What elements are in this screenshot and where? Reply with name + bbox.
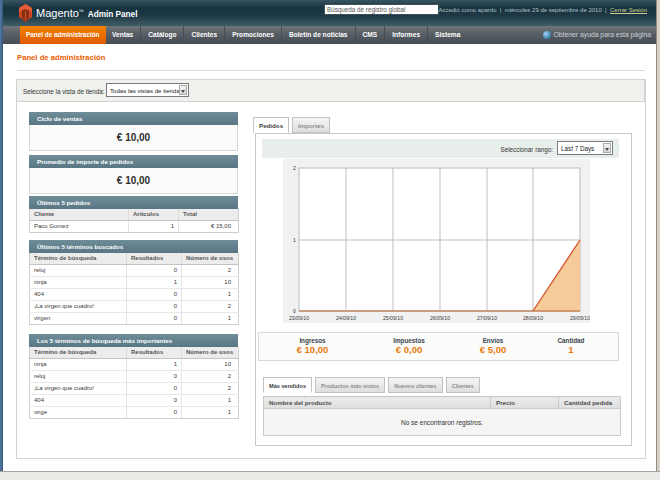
svg-text:23/09/10: 23/09/10 (289, 315, 309, 321)
svg-text:2: 2 (293, 165, 296, 171)
svg-text:25/09/10: 25/09/10 (383, 315, 403, 321)
svg-text:24/09/10: 24/09/10 (336, 315, 356, 321)
svg-text:27/09/10: 27/09/10 (477, 315, 497, 321)
svg-text:26/09/10: 26/09/10 (430, 315, 450, 321)
svg-text:29/09/10: 29/09/10 (570, 315, 590, 321)
svg-text:1: 1 (293, 237, 296, 243)
svg-text:0: 0 (293, 308, 296, 314)
svg-text:28/09/10: 28/09/10 (523, 315, 543, 321)
